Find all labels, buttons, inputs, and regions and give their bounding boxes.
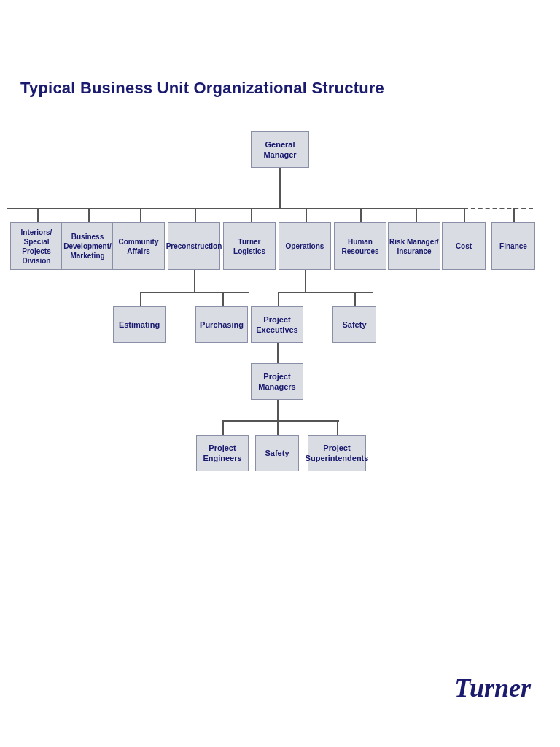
node-finance: Finance bbox=[491, 222, 535, 270]
page-title: Typical Business Unit Organizational Str… bbox=[20, 79, 384, 98]
node-safety-2: Safety bbox=[255, 435, 299, 471]
node-general-manager: General Manager bbox=[251, 131, 309, 168]
node-interiors: Interiors/ Special Projects Division bbox=[10, 222, 63, 270]
node-human-resources: Human Resources bbox=[334, 222, 386, 270]
node-project-executives: Project Executives bbox=[251, 306, 303, 343]
node-business-dev: Business Development/ Marketing bbox=[61, 222, 114, 270]
node-estimating: Estimating bbox=[113, 306, 166, 343]
node-project-managers: Project Managers bbox=[251, 363, 303, 400]
node-preconstruction: Preconstruction bbox=[168, 222, 220, 270]
node-project-supers: Project Superintendents bbox=[308, 435, 366, 471]
node-safety-1: Safety bbox=[332, 306, 376, 343]
node-project-engineers: Project Engineers bbox=[196, 435, 249, 471]
node-purchasing: Purchasing bbox=[195, 306, 248, 343]
node-operations: Operations bbox=[279, 222, 331, 270]
node-risk-manager: Risk Manager/ Insurance bbox=[388, 222, 440, 270]
turner-logo: Turner bbox=[454, 673, 531, 703]
node-community-affairs: Community Affairs bbox=[112, 222, 165, 270]
node-turner-logistics: Turner Logistics bbox=[223, 222, 276, 270]
node-cost: Cost bbox=[442, 222, 486, 270]
